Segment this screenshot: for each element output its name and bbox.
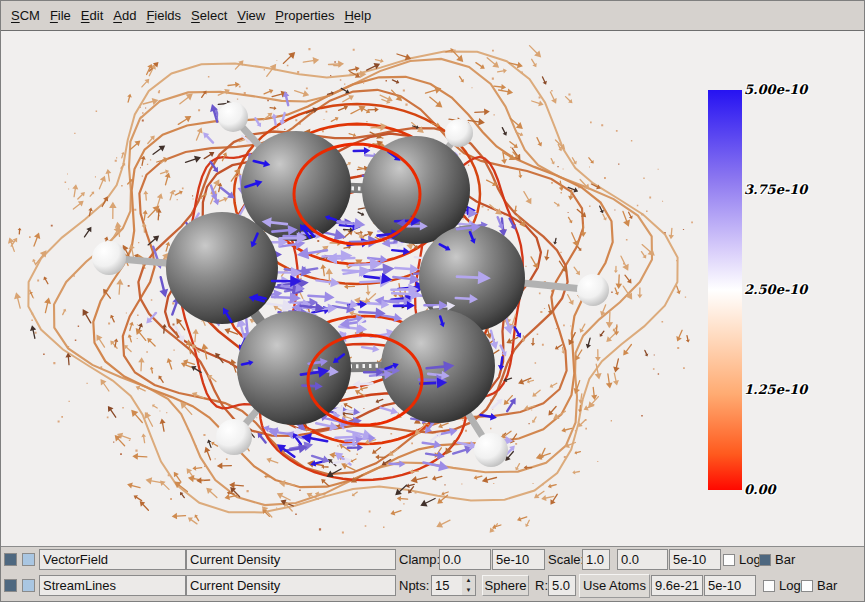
menu-item-view[interactable]: View bbox=[232, 1, 270, 30]
vectorfield-field-input[interactable] bbox=[186, 549, 396, 570]
vectorfield-bar-checkbox[interactable] bbox=[759, 554, 771, 566]
streamlines-bar-checkbox[interactable] bbox=[801, 580, 813, 592]
color-legend-tick: 3.75e-10 bbox=[744, 182, 807, 198]
menu-item-scm[interactable]: SCM bbox=[6, 1, 45, 30]
menu-item-properties[interactable]: Properties bbox=[270, 1, 339, 30]
hydrogen-atom[interactable] bbox=[445, 119, 473, 147]
app-window: SCMFileEditAddFieldsSelectViewProperties… bbox=[0, 0, 865, 602]
color-legend-tick: 1.25e-10 bbox=[744, 382, 807, 398]
vectorfield-color-toggle[interactable] bbox=[22, 553, 35, 566]
scale-label: Scale: bbox=[548, 552, 584, 567]
vectorfield-log-label: Log bbox=[739, 552, 761, 567]
vectorfield-name-input[interactable] bbox=[39, 549, 186, 570]
vectorfield-bar-label: Bar bbox=[775, 552, 795, 567]
menu-item-add[interactable]: Add bbox=[108, 1, 141, 30]
menu-item-help[interactable]: Help bbox=[339, 1, 376, 30]
clamp-label: Clamp: bbox=[399, 552, 440, 567]
vectorfield-visible-toggle[interactable] bbox=[4, 553, 17, 566]
menu-item-fields[interactable]: Fields bbox=[141, 1, 186, 30]
streamlines-max-input[interactable] bbox=[704, 575, 756, 596]
streamlines-log-checkbox[interactable] bbox=[763, 580, 775, 592]
carbon-atom[interactable] bbox=[237, 311, 351, 425]
carbon-atom[interactable] bbox=[362, 136, 470, 244]
hydrogen-atom[interactable] bbox=[577, 274, 609, 306]
streamlines-bar-label: Bar bbox=[817, 578, 837, 593]
streamlines-log-label: Log bbox=[779, 578, 801, 593]
radius-input[interactable] bbox=[548, 575, 576, 596]
hydrogen-atom[interactable] bbox=[474, 433, 508, 467]
carbon-atom[interactable] bbox=[166, 212, 278, 324]
hydrogen-atom[interactable] bbox=[92, 241, 126, 275]
menu-item-edit[interactable]: Edit bbox=[76, 1, 108, 30]
streamlines-visible-toggle[interactable] bbox=[4, 579, 17, 592]
range-max-input[interactable] bbox=[669, 549, 721, 570]
scale-input[interactable] bbox=[582, 549, 610, 570]
range-min-input[interactable] bbox=[617, 549, 668, 570]
color-legend-tick: 2.50e-10 bbox=[744, 282, 807, 298]
control-panel: Clamp: Scale: Log Bar Npts: ▲ ▼ Sphere bbox=[1, 546, 864, 601]
npts-spinner[interactable]: ▲ ▼ bbox=[462, 575, 476, 596]
streamlines-row: Npts: ▲ ▼ Sphere R: Use Atoms Log Bar bbox=[1, 574, 864, 599]
use-atoms-button[interactable]: Use Atoms bbox=[579, 574, 650, 598]
molecule-viewport[interactable]: 5.00e-103.75e-102.50e-101.25e-100.00 bbox=[1, 31, 864, 548]
vectorfield-row: Clamp: Scale: Log Bar bbox=[1, 548, 864, 573]
menu-bar: SCMFileEditAddFieldsSelectViewProperties… bbox=[1, 1, 864, 31]
menu-item-select[interactable]: Select bbox=[186, 1, 232, 30]
vectorfield-log-checkbox[interactable] bbox=[723, 554, 735, 566]
npts-spin-down-icon[interactable]: ▼ bbox=[462, 586, 475, 596]
color-legend-bar bbox=[708, 90, 742, 490]
radius-label: R: bbox=[535, 578, 548, 593]
menu-item-file[interactable]: File bbox=[45, 1, 76, 30]
hydrogen-atom[interactable] bbox=[216, 419, 252, 455]
streamlines-field-input[interactable] bbox=[186, 575, 396, 596]
streamlines-mode-button[interactable]: Sphere bbox=[482, 575, 529, 596]
streamlines-color-toggle[interactable] bbox=[22, 579, 35, 592]
hydrogen-atom[interactable] bbox=[218, 102, 248, 132]
streamlines-min-input[interactable] bbox=[651, 575, 703, 596]
streamlines-name-input[interactable] bbox=[39, 575, 186, 596]
npts-input[interactable] bbox=[431, 575, 463, 596]
clamp-min-input[interactable] bbox=[439, 549, 491, 570]
npts-label: Npts: bbox=[399, 578, 429, 593]
color-legend-tick: 0.00 bbox=[744, 482, 776, 498]
npts-spin-up-icon[interactable]: ▲ bbox=[462, 576, 475, 586]
clamp-max-input[interactable] bbox=[492, 549, 545, 570]
color-legend-tick: 5.00e-10 bbox=[744, 82, 807, 98]
